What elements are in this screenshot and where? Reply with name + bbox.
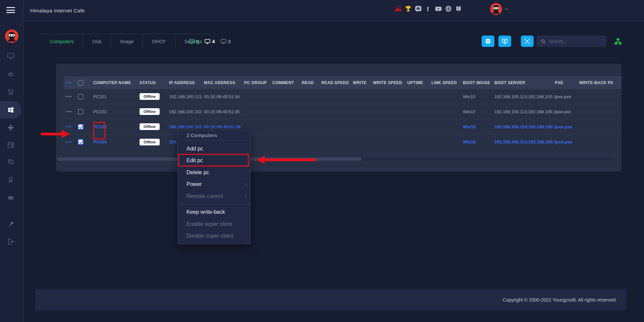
- col-uptime: UPTIME: [407, 80, 431, 85]
- menu-item-disable-super-client: Disable super client: [178, 230, 250, 242]
- row-actions-dots[interactable]: [64, 141, 78, 143]
- search-input[interactable]: [549, 39, 602, 44]
- status-badge: Offline: [140, 93, 160, 100]
- discord-icon[interactable]: [415, 5, 422, 12]
- crown-icon: [7, 193, 15, 201]
- cell-computer-name: PC104: [93, 139, 140, 144]
- logout-icon: [7, 238, 15, 246]
- book-icon[interactable]: [455, 5, 462, 12]
- col-write-speed: WRITE SPEED: [373, 80, 407, 85]
- sidebar-item-shop[interactable]: [0, 83, 21, 101]
- counter-online[interactable]: 0: [189, 38, 199, 45]
- hamburger-menu-icon[interactable]: [6, 7, 15, 15]
- row-actions-dots[interactable]: [64, 96, 78, 97]
- row-actions-dots[interactable]: [64, 111, 78, 112]
- sidebar-item-calendar[interactable]: [0, 136, 21, 153]
- ninja-avatar[interactable]: [490, 3, 502, 15]
- cell-mac: 00:1E:06:45:51:36: [204, 124, 244, 129]
- menu-item-keep-write-back[interactable]: Keep write-back: [178, 206, 250, 218]
- cell-pxe: ipxe.pxe: [555, 109, 579, 114]
- sidebar-item-premium[interactable]: [0, 188, 21, 206]
- youtube-icon[interactable]: [435, 5, 442, 12]
- hammer-icon: [7, 220, 15, 228]
- row-actions-dots[interactable]: [64, 126, 78, 127]
- table-row-pc101[interactable]: PC101 Offline 192.168.100.121 00:1E:06:4…: [64, 89, 622, 104]
- col-status: STATUS: [140, 80, 169, 85]
- cart-icon: [7, 88, 15, 96]
- context-menu-header: 2 Computers: [178, 130, 250, 139]
- sidebar-item-logout[interactable]: [0, 233, 21, 250]
- sidebar-item-games[interactable]: [0, 119, 21, 136]
- cell-boot-server: 192.168.100.113;192.168.100.114: [494, 109, 555, 114]
- sidebar-item-award[interactable]: [0, 171, 21, 188]
- calendar-icon: [7, 141, 15, 149]
- cell-ip: 192.168.100.121: [169, 94, 204, 99]
- add-pc-button[interactable]: [498, 36, 511, 47]
- svg-text:f: f: [427, 5, 429, 12]
- sidebar-item-images[interactable]: [0, 153, 21, 171]
- tab-computers[interactable]: Computers: [41, 34, 83, 49]
- menu-item-enable-super-client: Enable super client: [178, 218, 250, 230]
- table-row-pc102[interactable]: PC102 Offline 192.168.100.102 00:1E:06:4…: [64, 104, 622, 119]
- monitor-icon: [7, 52, 15, 60]
- cell-mac: 00:1E:06:45:51:34: [204, 94, 244, 99]
- cell-status: Offline: [140, 108, 169, 115]
- tab-dhcp[interactable]: DHCP: [143, 34, 175, 49]
- cell-status: Offline: [140, 93, 169, 100]
- scan-select-button[interactable]: [521, 36, 534, 47]
- cell-pxe: ipxe.pxe: [555, 124, 579, 129]
- annotation-arrow-checkboxes: [41, 133, 62, 135]
- counter-all[interactable]: 4: [204, 38, 215, 45]
- award-badge-icon: [7, 175, 15, 183]
- facebook-icon[interactable]: f: [425, 5, 432, 12]
- monitor-plus-icon: [501, 38, 508, 45]
- search-icon: [541, 39, 546, 44]
- header-actions-dots[interactable]: [64, 82, 78, 83]
- cell-boot-server: 192.168.100.114;192.168.100.113: [494, 139, 555, 144]
- menu-item-add-pc[interactable]: Add pc: [178, 143, 250, 155]
- col-boot-image: BOOT IMAGE: [463, 80, 494, 85]
- col-pc-group: PC GROUP: [244, 80, 272, 85]
- table-row-pc103[interactable]: PC103 Offline 192.168.100.103 00:1E:06:4…: [64, 119, 622, 134]
- row-checkbox[interactable]: [78, 94, 84, 100]
- col-write: WRITE: [353, 80, 373, 85]
- col-read-speed: READ SPEED: [321, 80, 353, 85]
- menu-item-power[interactable]: Power›: [178, 179, 250, 191]
- network-topology-icon[interactable]: [614, 38, 622, 45]
- sidebar-item-tools[interactable]: [0, 215, 21, 233]
- cell-computer-name: PC102: [93, 109, 140, 114]
- tab-disk[interactable]: Disk: [83, 34, 111, 49]
- navbar-icon-strip: ★★★ f: [394, 5, 462, 12]
- left-sidebar: [0, 0, 23, 322]
- cell-ip: 192.168.100.103: [169, 124, 204, 129]
- globe-icon[interactable]: [445, 5, 452, 12]
- row-checkbox-checked[interactable]: [78, 139, 84, 145]
- cell-boot-image: Win10: [463, 109, 494, 114]
- col-ip-address: IP ADDRESS: [169, 80, 204, 85]
- user-menu[interactable]: [490, 3, 509, 15]
- sidebar-item-computers[interactable]: [0, 47, 21, 65]
- cell-boot-image: Win10: [463, 139, 494, 144]
- col-comment: COMMENT: [272, 80, 302, 85]
- col-read: READ: [302, 80, 321, 85]
- trophy-icon[interactable]: [405, 5, 412, 12]
- menu-item-delete-pc[interactable]: Delete pc: [178, 167, 250, 179]
- sidebar-item-windows-pcs[interactable]: [0, 101, 21, 119]
- table-row-pc104[interactable]: PC104 Offline 192.1 Win10 192.168.100.11…: [64, 134, 622, 149]
- cell-pxe: ipxe.pxe: [555, 139, 579, 144]
- brand-logo-ninja[interactable]: [5, 29, 18, 43]
- cell-boot-image: Win10: [463, 124, 494, 129]
- sidebar-item-members[interactable]: [0, 66, 21, 83]
- annotation-rect-edit-pc: [178, 154, 249, 167]
- counter-offline[interactable]: 0: [220, 38, 231, 45]
- row-checkbox-checked[interactable]: [78, 124, 84, 130]
- select-all-checkbox[interactable]: [78, 80, 84, 86]
- ranking-icon[interactable]: ★★★: [394, 5, 402, 12]
- submenu-chevron-icon: ›: [245, 181, 246, 187]
- cell-status: Offline: [140, 123, 169, 130]
- tab-image[interactable]: Image: [111, 34, 143, 49]
- add-button[interactable]: [482, 36, 494, 47]
- svg-text:★: ★: [395, 6, 397, 9]
- row-checkbox[interactable]: [78, 109, 84, 115]
- col-boot-server: BOOT SERVER: [494, 80, 555, 85]
